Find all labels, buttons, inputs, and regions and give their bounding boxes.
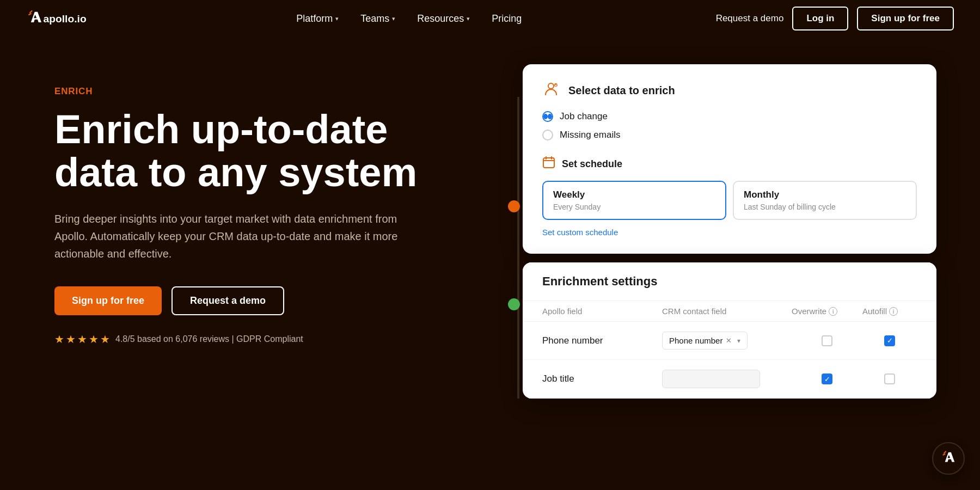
autofill-phone-checkbox[interactable]: ✓ xyxy=(884,335,895,346)
nav-links: Platform ▾ Teams ▾ Resources ▾ Pricing xyxy=(285,9,532,29)
demo-hero-button[interactable]: Request a demo xyxy=(171,286,284,315)
schedule-monthly[interactable]: Monthly Last Sunday of billing cycle xyxy=(733,181,917,220)
crm-field-job-empty[interactable] xyxy=(662,370,760,388)
card-enrich-header: Select data to enrich xyxy=(542,81,917,100)
star-4: ★ xyxy=(89,333,99,346)
header-crm-field: CRM contact field xyxy=(662,307,792,316)
header-overwrite: Overwrite i xyxy=(792,307,862,316)
overwrite-job: ✓ xyxy=(792,373,862,384)
schedule-monthly-sub: Last Sunday of billing cycle xyxy=(744,203,906,211)
svg-rect-3 xyxy=(543,158,554,168)
field-job-title: Job title xyxy=(542,373,662,384)
schedule-weekly-sub: Every Sunday xyxy=(553,203,715,211)
login-button[interactable]: Log in xyxy=(792,7,848,30)
overwrite-phone-checkbox[interactable] xyxy=(822,335,832,346)
nav-resources[interactable]: Resources ▾ xyxy=(406,9,481,29)
chevron-down-icon: ▾ xyxy=(467,15,470,22)
close-icon[interactable]: ✕ xyxy=(726,336,732,345)
autofill-phone: ✓ xyxy=(862,335,917,346)
nav-teams[interactable]: Teams ▾ xyxy=(350,9,406,29)
chevron-down-icon: ▾ xyxy=(335,15,339,22)
fab-logo-icon xyxy=(940,450,957,467)
schedule-weekly-title: Weekly xyxy=(553,189,715,200)
radio-circle-unselected xyxy=(542,130,553,140)
hero-title: Enrich up-to-date data to any system xyxy=(54,108,468,194)
schedule-section: Set schedule Weekly Every Sunday Monthly… xyxy=(542,156,917,237)
logo[interactable]: apollo.io xyxy=(26,9,102,28)
overwrite-phone xyxy=(792,335,862,346)
fab-button[interactable] xyxy=(932,442,965,475)
hero-tag: ENRICH xyxy=(54,86,468,97)
signup-hero-button[interactable]: Sign up for free xyxy=(54,286,162,315)
radio-missing-emails-label: Missing emails xyxy=(560,130,620,140)
header-apollo-field: Apollo field xyxy=(542,307,662,316)
schedule-options: Weekly Every Sunday Monthly Last Sunday … xyxy=(542,181,917,220)
star-3: ★ xyxy=(77,333,87,346)
hero-section: ENRICH Enrich up-to-date data to any sys… xyxy=(0,37,980,399)
schedule-title: Set schedule xyxy=(562,158,622,170)
field-phone-number: Phone number xyxy=(542,335,662,346)
table-row: Phone number Phone number ✕ ▾ ✓ xyxy=(523,322,936,360)
card-enrich-title: Select data to enrich xyxy=(568,84,675,97)
autofill-info-icon[interactable]: i xyxy=(889,307,898,316)
connector-dot-orange xyxy=(508,200,520,212)
hero-buttons: Sign up for free Request a demo xyxy=(54,286,468,315)
autofill-job-checkbox[interactable] xyxy=(884,373,895,384)
schedule-monthly-title: Monthly xyxy=(744,189,906,200)
hero-description: Bring deeper insights into your target m… xyxy=(54,210,414,262)
card-settings-header: Enrichment settings xyxy=(523,262,936,301)
crm-field-phone: Phone number ✕ ▾ xyxy=(662,332,792,350)
header-autofill: Autofill i xyxy=(862,307,917,316)
schedule-header: Set schedule xyxy=(542,156,917,172)
radio-circle-selected xyxy=(542,111,553,122)
table-row: Job title ✓ xyxy=(523,360,936,399)
crm-dropdown-phone[interactable]: Phone number ✕ ▾ xyxy=(662,332,748,350)
star-rating: ★ ★ ★ ★ ★ xyxy=(54,333,110,346)
navbar: apollo.io Platform ▾ Teams ▾ Resources ▾… xyxy=(0,0,980,37)
overwrite-info-icon[interactable]: i xyxy=(829,307,837,316)
nav-request-demo-link[interactable]: Request a demo xyxy=(716,13,784,24)
star-2: ★ xyxy=(66,333,76,346)
crm-dropdown-phone-label: Phone number xyxy=(669,336,722,345)
calendar-icon xyxy=(542,156,555,172)
radio-group: Job change Missing emails xyxy=(542,111,917,140)
hero-rating: ★ ★ ★ ★ ★ 4.8/5 based on 6,076 reviews |… xyxy=(54,333,468,346)
radio-job-change-label: Job change xyxy=(560,111,608,122)
nav-pricing[interactable]: Pricing xyxy=(481,9,532,29)
rating-text: 4.8/5 based on 6,076 reviews | GDPR Comp… xyxy=(115,334,303,344)
card-settings-title: Enrichment settings xyxy=(542,274,917,289)
chevron-down-icon: ▾ xyxy=(392,15,395,22)
crm-field-job xyxy=(662,370,792,388)
autofill-job xyxy=(862,373,917,384)
nav-right: Request a demo Log in Sign up for free xyxy=(716,7,954,30)
person-icon xyxy=(542,81,562,100)
card-enrich: Select data to enrich Job change Missing… xyxy=(523,64,936,254)
chevron-down-icon: ▾ xyxy=(737,337,740,345)
svg-point-1 xyxy=(548,83,554,89)
svg-text:apollo.io: apollo.io xyxy=(44,13,87,24)
overwrite-job-checkbox[interactable]: ✓ xyxy=(822,373,832,384)
connector-dot-green xyxy=(508,298,520,310)
star-5: ★ xyxy=(100,333,110,346)
signup-nav-button[interactable]: Sign up for free xyxy=(857,7,954,30)
schedule-weekly[interactable]: Weekly Every Sunday xyxy=(542,181,726,220)
radio-missing-emails[interactable]: Missing emails xyxy=(542,130,917,140)
star-1: ★ xyxy=(54,333,64,346)
radio-job-change[interactable]: Job change xyxy=(542,111,917,122)
custom-schedule-link[interactable]: Set custom schedule xyxy=(542,228,618,237)
settings-table-header: Apollo field CRM contact field Overwrite… xyxy=(523,301,936,322)
hero-right: Select data to enrich Job change Missing… xyxy=(468,64,936,399)
nav-platform[interactable]: Platform ▾ xyxy=(285,9,350,29)
hero-left: ENRICH Enrich up-to-date data to any sys… xyxy=(54,70,468,346)
card-settings: Enrichment settings Apollo field CRM con… xyxy=(523,262,936,399)
connector-line xyxy=(517,97,519,399)
